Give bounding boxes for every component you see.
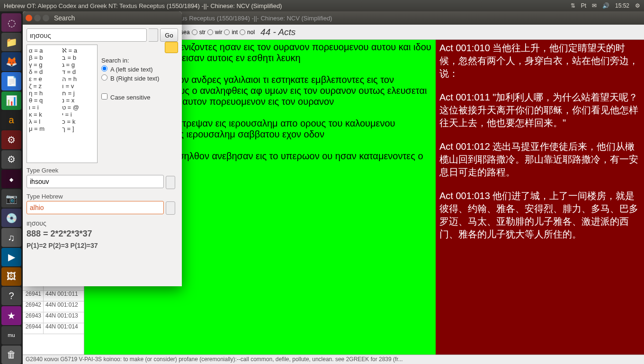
menubar-indicators: ⇅ Pt ✉ 🔊 15:52 ⚙ <box>571 2 640 9</box>
checkbox-case[interactable]: Case sensitive <box>101 93 178 101</box>
launcher-tile[interactable]: mu <box>1 326 21 345</box>
launcher-tile[interactable]: 💿 <box>1 209 21 227</box>
alpha-table[interactable]: α = aℵ = aβ = bב = bγ = gג = gδ = dד = d… <box>27 45 98 163</box>
launcher-tile[interactable]: 🖼 <box>1 267 21 286</box>
radio-a[interactable]: A (left side text) <box>101 65 178 73</box>
launcher-settings[interactable]: ⚙ <box>1 150 21 169</box>
close-icon[interactable] <box>26 15 32 21</box>
maximize-icon[interactable] <box>43 15 49 21</box>
chinese-text-column[interactable]: Act 001:010 当他往上升，他们定睛望天的时候，忽然有两个人，身穿白衣，… <box>436 40 644 355</box>
launcher-tile[interactable]: ★ <box>1 306 21 325</box>
search-input[interactable]: ιησους <box>27 28 147 42</box>
radio-nol[interactable] <box>240 29 245 35</box>
launcher-dash[interactable]: ◌ <box>1 13 21 32</box>
radio-str[interactable] <box>192 29 197 35</box>
launcher-amazon[interactable]: a <box>1 111 21 129</box>
hebrew-input[interactable] <box>27 201 164 214</box>
launcher-tile[interactable]: ▶ <box>1 248 21 266</box>
radio-int[interactable] <box>224 29 230 35</box>
top-menubar: Hebrew OT: Aleppo Codex and Greek NT: Te… <box>0 0 644 11</box>
clock[interactable]: 15:52 <box>615 2 629 9</box>
highlight-icon[interactable] <box>165 42 178 53</box>
lang-indicator[interactable]: Pt <box>581 2 586 9</box>
network-icon[interactable]: ⇅ <box>571 2 575 9</box>
search-titlebar[interactable]: Search <box>23 11 182 25</box>
chapter-title: 44 - Acts <box>260 27 295 37</box>
launcher-firefox[interactable]: 🦊 <box>1 52 21 71</box>
launcher-trash[interactable]: 🗑 <box>1 346 21 364</box>
search-options: Search in: A (left side text) B (Right s… <box>101 45 178 163</box>
greek-input[interactable] <box>27 175 164 188</box>
greek-sidebutton[interactable] <box>166 176 175 189</box>
launcher: ◌ 📁 🦊 📄 📊 a ⚙ ⚙ ⬥ 📷 💿 ♫ ▶ 🖼 ? ★ mu 🗑 <box>0 11 23 364</box>
search-dropdown-icon[interactable] <box>149 28 158 42</box>
launcher-tile[interactable]: 📷 <box>1 189 21 208</box>
hebrew-sidebutton[interactable] <box>166 201 175 215</box>
label-type-greek: Type Greek <box>27 167 178 174</box>
menubar-title: Hebrew OT: Aleppo Codex and Greek NT: Te… <box>4 2 571 9</box>
mail-icon[interactable]: ✉ <box>592 2 597 9</box>
label-type-hebrew: Type Hebrew <box>27 193 178 200</box>
launcher-files[interactable]: 📁 <box>1 33 21 51</box>
gematria-result: 888 = 2*2*2*3*37 <box>27 229 178 239</box>
volume-icon[interactable]: 🔊 <box>602 2 609 9</box>
launcher-tile[interactable]: ? <box>1 287 21 305</box>
gematria-word: ιησους <box>27 219 178 227</box>
radio-wir[interactable] <box>207 29 213 35</box>
launcher-tile[interactable]: ⬥ <box>1 170 21 188</box>
minimize-icon[interactable] <box>34 15 41 21</box>
launcher-writer[interactable]: 📄 <box>1 72 21 91</box>
radio-b[interactable]: B (Right side text) <box>101 74 178 82</box>
search-title: Search <box>54 14 75 22</box>
launcher-software[interactable]: ⚙ <box>1 130 21 149</box>
gematria-detail: P(1)=2 P(2)=3 P(12)=37 <box>27 242 178 249</box>
gear-icon[interactable]: ⚙ <box>635 2 640 9</box>
status-bar: G2840 κοινοι G5719 V-PAI-3S koinoo: to m… <box>23 355 644 364</box>
launcher-tile[interactable]: ♫ <box>1 228 21 246</box>
go-button[interactable]: Go <box>160 28 178 42</box>
launcher-calc[interactable]: 📊 <box>1 91 21 110</box>
search-dialog: Search ιησους Go α = aℵ = aβ = bב = bγ =… <box>23 11 182 286</box>
